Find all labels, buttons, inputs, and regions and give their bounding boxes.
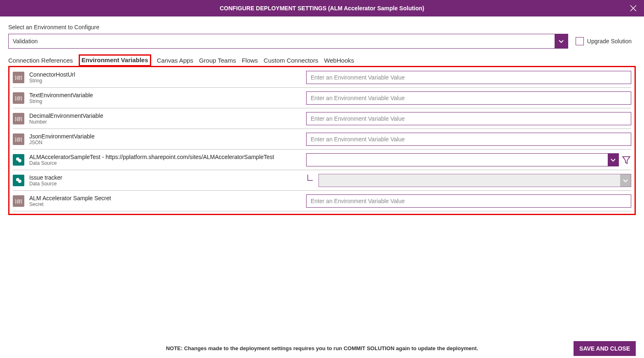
env-var-name: Issue tracker bbox=[29, 174, 301, 181]
environment-dropdown-value: Validation bbox=[9, 34, 555, 48]
env-var-row: Issue tracker Data Source bbox=[13, 170, 631, 191]
tab-group-teams[interactable]: Group Teams bbox=[199, 54, 236, 66]
env-var-dropdown-chevron[interactable] bbox=[608, 154, 618, 166]
upgrade-solution-wrap: Upgrade Solution bbox=[576, 37, 636, 45]
save-and-close-button[interactable]: SAVE AND CLOSE bbox=[574, 341, 636, 356]
env-var-name: ALM Accelerator Sample Secret bbox=[29, 195, 301, 201]
env-var-type: Data Source bbox=[29, 160, 301, 166]
env-var-dropdown[interactable] bbox=[306, 153, 619, 166]
env-var-row: [@] TextEnvironmentVariable String bbox=[13, 88, 631, 108]
variable-icon: [@] bbox=[13, 133, 24, 145]
env-var-name: JsonEnvironmentVariable bbox=[29, 133, 301, 140]
env-var-row: [@] ALM Accelerator Sample Secret Secret bbox=[13, 191, 631, 211]
tab-connection-references[interactable]: Connection References bbox=[8, 54, 73, 66]
variable-icon: [@] bbox=[13, 195, 24, 207]
dialog-title: CONFIGURE DEPLOYMENT SETTINGS (ALM Accel… bbox=[220, 5, 424, 12]
variable-icon: [@] bbox=[13, 92, 24, 104]
env-var-dropdown-wrap bbox=[306, 153, 631, 166]
variable-icon: [@] bbox=[13, 72, 24, 83]
close-button[interactable] bbox=[629, 4, 637, 12]
chevron-down-icon bbox=[558, 38, 564, 44]
env-var-type: String bbox=[29, 78, 301, 84]
tabs: Connection References Environment Variab… bbox=[8, 54, 636, 66]
variable-icon: [@] bbox=[13, 113, 24, 124]
close-icon bbox=[629, 4, 637, 12]
tab-custom-connectors[interactable]: Custom Connectors bbox=[264, 54, 318, 66]
env-var-value-input[interactable] bbox=[306, 194, 631, 208]
env-var-type: Number bbox=[29, 119, 301, 125]
dialog-header: CONFIGURE DEPLOYMENT SETTINGS (ALM Accel… bbox=[0, 0, 644, 16]
env-var-type: Data Source bbox=[29, 181, 301, 187]
env-var-row: [@] ConnectorHostUrl String bbox=[13, 67, 631, 88]
env-var-type: String bbox=[29, 98, 301, 104]
env-var-type: Secret bbox=[29, 201, 301, 207]
env-var-info: JsonEnvironmentVariable JSON bbox=[29, 133, 301, 145]
dialog-footer: NOTE: Changes made to the deployment set… bbox=[0, 341, 644, 358]
env-var-name: TextEnvironmentVariable bbox=[29, 92, 301, 98]
env-var-dropdown-value bbox=[307, 154, 608, 166]
env-var-info: DecimalEnvironmentVariable Number bbox=[29, 112, 301, 125]
environment-variables-panel: [@] ConnectorHostUrl String [@] TextEnvi… bbox=[8, 66, 636, 215]
env-var-info: TextEnvironmentVariable String bbox=[29, 92, 301, 104]
env-var-value-input[interactable] bbox=[306, 133, 631, 146]
env-var-info: Issue tracker Data Source bbox=[29, 174, 301, 187]
upgrade-solution-checkbox[interactable] bbox=[576, 37, 584, 45]
env-var-value-input[interactable] bbox=[306, 91, 631, 105]
chevron-down-icon bbox=[622, 177, 629, 184]
filter-button[interactable] bbox=[621, 155, 631, 165]
env-var-info: ALMAcceleratorSampleTest - https://pplat… bbox=[29, 154, 301, 166]
tab-webhooks[interactable]: WebHooks bbox=[324, 54, 354, 66]
sharepoint-icon bbox=[13, 175, 24, 186]
dialog-body: Select an Environment to Configure Valid… bbox=[0, 16, 644, 341]
env-var-dropdown-disabled bbox=[318, 174, 631, 187]
env-var-dropdown-value bbox=[319, 174, 620, 187]
tab-canvas-apps[interactable]: Canvas Apps bbox=[157, 54, 193, 66]
environment-dropdown-chevron[interactable] bbox=[555, 34, 568, 48]
tree-connector bbox=[306, 175, 314, 186]
chevron-down-icon bbox=[610, 157, 616, 163]
env-var-name: ConnectorHostUrl bbox=[29, 71, 301, 78]
sharepoint-icon bbox=[13, 154, 24, 166]
svg-point-5 bbox=[18, 180, 21, 183]
env-var-dropdown-chevron bbox=[620, 174, 631, 187]
env-var-info: ALM Accelerator Sample Secret Secret bbox=[29, 195, 301, 207]
env-var-row: [@] DecimalEnvironmentVariable Number bbox=[13, 108, 631, 129]
environment-dropdown[interactable]: Validation bbox=[8, 34, 568, 49]
svg-point-3 bbox=[18, 159, 21, 162]
env-row: Validation Upgrade Solution bbox=[8, 34, 636, 49]
tab-environment-variables[interactable]: Environment Variables bbox=[79, 54, 151, 66]
env-var-value-input[interactable] bbox=[306, 112, 631, 125]
env-var-row: ALMAcceleratorSampleTest - https://pplat… bbox=[13, 150, 631, 170]
env-var-value-input[interactable] bbox=[306, 71, 631, 84]
upgrade-solution-label: Upgrade Solution bbox=[587, 38, 632, 44]
env-var-name: DecimalEnvironmentVariable bbox=[29, 112, 301, 119]
tab-flows[interactable]: Flows bbox=[242, 54, 258, 66]
env-var-type: JSON bbox=[29, 140, 301, 145]
env-var-info: ConnectorHostUrl String bbox=[29, 71, 301, 84]
env-select-label: Select an Environment to Configure bbox=[8, 24, 636, 30]
env-var-name: ALMAcceleratorSampleTest - https://pplat… bbox=[29, 154, 301, 160]
filter-icon bbox=[622, 155, 631, 164]
footer-note: NOTE: Changes made to the deployment set… bbox=[166, 345, 478, 351]
env-var-row: [@] JsonEnvironmentVariable JSON bbox=[13, 129, 631, 150]
